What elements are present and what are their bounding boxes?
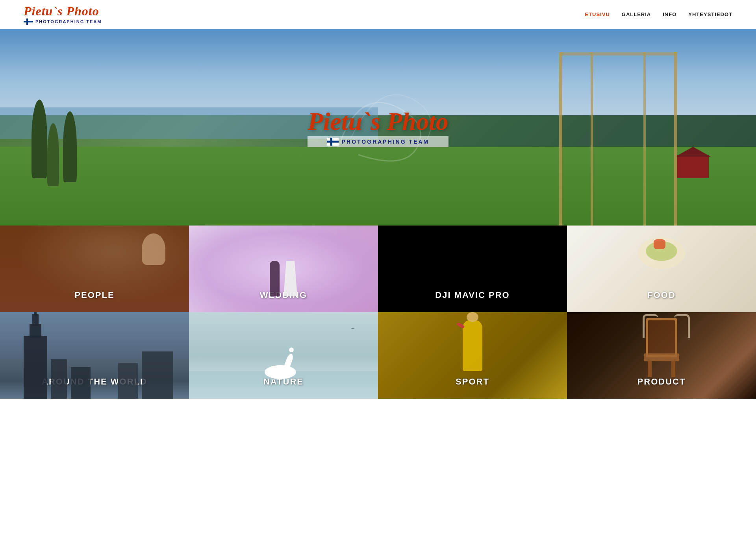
svg-rect-5 [330,138,332,146]
site-header: Pietu`s Photo PHOTOGRAPHING TEAM ETUSIVU… [0,0,756,29]
main-nav: ETUSIVU GALLERIA INFO YHTEYSTIEDOT [585,11,732,17]
food-label: FOOD [567,290,756,300]
red-house [677,155,709,178]
house-roof [675,147,711,157]
hero-logo: Pietu`s Photo PHOTOGRAPHING TEAM [308,107,448,147]
plate-shape [638,237,685,269]
people-label: PEOPLE [0,290,189,300]
hero-section: Pietu`s Photo PHOTOGRAPHING TEAM [0,29,756,226]
empire-state [24,336,47,399]
flying-bird [351,328,354,329]
photo-grid: PEOPLE WEDDING DJI MAVIC PRO FOOD [0,226,756,399]
grid-cell-wedding[interactable]: WEDDING [189,226,378,312]
product-label: PRODUCT [567,377,756,387]
grid-cell-food[interactable]: FOOD [567,226,756,312]
hero-logo-text: Pietu`s Photo [308,107,448,136]
nav-yhteystiedot[interactable]: YHTEYSTIEDOT [688,11,732,17]
tree-left2 [47,123,59,186]
building5 [118,363,138,399]
swan-shape [265,365,296,379]
nav-info[interactable]: INFO [663,11,676,17]
nav-galleria[interactable]: GALLERIA [622,11,651,17]
building3 [71,367,91,399]
tree-left [32,100,47,178]
grid-cell-product[interactable]: PRODUCT [567,312,756,399]
logo-text[interactable]: Pietu`s Photo [24,4,99,18]
building4 [142,351,173,399]
svg-rect-1 [24,21,33,22]
couple-shapes [270,261,297,296]
grid-cell-nature[interactable]: NATURE [189,312,378,399]
hero-finland-flag [327,138,339,146]
tree-left3 [63,111,77,182]
sport-label: SPORT [378,377,567,387]
building2 [51,359,67,399]
logo-sub-text: PHOTOGRAPHING TEAM [35,19,102,24]
dji-label: DJI MAVIC PRO [378,290,567,300]
chair-shape [646,318,677,377]
hero-logo-sub: PHOTOGRAPHING TEAM [308,136,448,147]
logo-sub: PHOTOGRAPHING TEAM [24,18,102,25]
logo-area: Pietu`s Photo PHOTOGRAPHING TEAM [24,4,102,25]
grid-cell-people[interactable]: PEOPLE [0,226,189,312]
svg-rect-2 [26,18,28,25]
person-shape [142,233,165,265]
svg-rect-4 [327,141,339,143]
arbor-structure [559,52,677,226]
finland-flag-icon [24,18,33,25]
grid-cell-dji[interactable]: DJI MAVIC PRO [378,226,567,312]
grid-cell-around[interactable]: AROUND THE WORLD [0,312,189,399]
sport-figure [463,320,482,371]
nav-etusivu[interactable]: ETUSIVU [585,11,610,17]
grid-cell-sport[interactable]: SPORT [378,312,567,399]
hero-logo-sub-text: PHOTOGRAPHING TEAM [342,139,430,145]
